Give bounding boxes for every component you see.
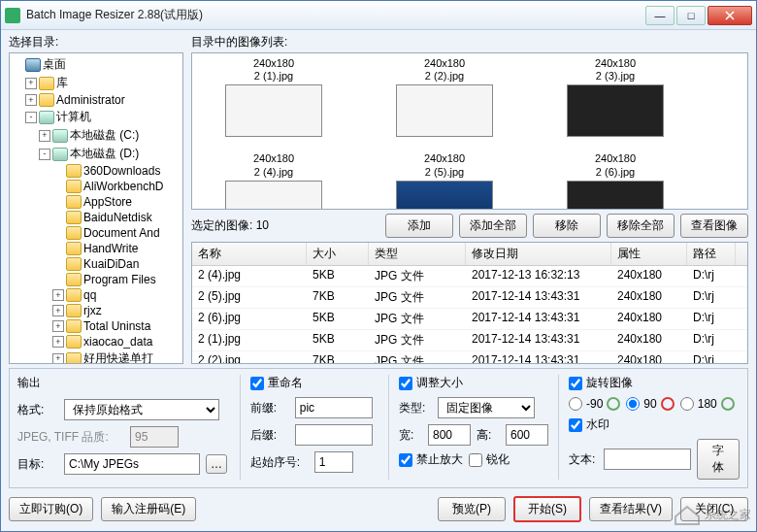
col-size[interactable]: 大小	[307, 243, 369, 265]
prefix-label: 前缀:	[250, 400, 289, 416]
thumbnail[interactable]: 240x1802 (1).jpg	[196, 57, 351, 137]
thumbnail[interactable]: 240x1802 (6).jpg	[538, 152, 693, 210]
table-row[interactable]: 2 (2).jpg7KBJPG 文件2017-12-14 13:43:31240…	[192, 351, 747, 363]
remove-button[interactable]: 移除	[533, 214, 601, 238]
tree-item[interactable]: +好用快递单打	[52, 349, 181, 364]
tree-item[interactable]: +xiaocao_data	[52, 334, 181, 349]
tree-item[interactable]: +库	[25, 74, 181, 92]
thumbnail-panel[interactable]: 240x1802 (1).jpg240x1802 (2).jpg240x1802…	[191, 52, 748, 210]
window-title: Batch Image Resizer 2.88(试用版)	[26, 7, 645, 23]
tree-item[interactable]: AppStore	[52, 194, 181, 210]
font-button[interactable]: 字体	[697, 439, 740, 480]
quality-label: JPEG, TIFF 品质:	[17, 429, 124, 446]
regcode-button[interactable]: 输入注册码(E)	[101, 497, 196, 521]
width-input[interactable]	[428, 424, 471, 446]
add-button[interactable]: 添加	[385, 214, 453, 238]
rotate-checkbox[interactable]	[569, 377, 582, 390]
order-button[interactable]: 立即订购(O)	[9, 497, 93, 521]
output-label: 输出	[17, 375, 230, 391]
prefix-input[interactable]	[295, 397, 373, 418]
thumbnail[interactable]: 240x1802 (2).jpg	[367, 57, 522, 137]
browse-target-button[interactable]: …	[206, 454, 227, 474]
forbid-enlarge-checkbox[interactable]	[399, 453, 412, 467]
suffix-input[interactable]	[295, 424, 373, 446]
thumbnail[interactable]: 240x1802 (3).jpg	[538, 57, 693, 137]
content-area: 选择目录: 桌面+库+Administrator-计算机+本地磁盘 (C:)-本…	[1, 30, 756, 531]
window-controls: — □	[645, 6, 752, 25]
target-label: 目标:	[17, 456, 58, 473]
app-icon	[5, 8, 20, 23]
toolbar: 选定的图像: 10 添加 添加全部 移除 移除全部 查看图像	[191, 214, 748, 238]
height-input[interactable]	[506, 424, 548, 446]
sharpen-checkbox[interactable]	[469, 453, 482, 467]
col-attr[interactable]: 属性	[611, 243, 687, 265]
col-type[interactable]: 类型	[369, 243, 466, 265]
target-input[interactable]	[64, 453, 200, 475]
text-label: 文本:	[569, 451, 598, 468]
tree-item[interactable]: BaiduNetdisk	[52, 210, 181, 225]
thumbnail[interactable]: 240x1802 (5).jpg	[367, 152, 522, 210]
type-select[interactable]: 固定图像	[438, 397, 535, 418]
forbid-enlarge-label: 禁止放大	[416, 451, 463, 468]
file-listview[interactable]: 名称 大小 类型 修改日期 属性 路径 2 (4).jpg5KBJPG 文件20…	[191, 242, 748, 364]
tree-item[interactable]: 360Downloads	[52, 163, 181, 179]
close-button[interactable]	[708, 6, 752, 25]
col-path[interactable]: 路径	[687, 243, 736, 265]
preview-button[interactable]: 预览(P)	[438, 497, 506, 521]
listview-header[interactable]: 名称 大小 类型 修改日期 属性 路径	[192, 243, 747, 266]
tree-item[interactable]: +Administrator	[25, 92, 181, 108]
sharpen-label: 锐化	[486, 451, 510, 468]
watermark-checkbox[interactable]	[569, 418, 582, 432]
titlebar[interactable]: Batch Image Resizer 2.88(试用版) — □	[1, 1, 756, 30]
watermark-label: 水印	[586, 416, 609, 433]
remove-all-button[interactable]: 移除全部	[607, 214, 675, 238]
rotate-p90[interactable]: 90	[626, 397, 674, 411]
tree-item[interactable]: HandWrite	[52, 241, 181, 256]
bottom-bar: 立即订购(O) 输入注册码(E) 预览(P) 开始(S) 查看结果(V) 关闭(…	[9, 492, 748, 522]
tree-item[interactable]: +Total Uninsta	[52, 318, 181, 334]
rotate-p180[interactable]: 180	[680, 397, 735, 411]
table-row[interactable]: 2 (1).jpg5KBJPG 文件2017-12-14 13:43:31240…	[192, 330, 747, 351]
tree-item[interactable]: AliWorkbenchD	[52, 179, 181, 194]
watermark-text-input[interactable]	[604, 449, 691, 470]
results-button[interactable]: 查看结果(V)	[589, 497, 673, 521]
col-name[interactable]: 名称	[192, 243, 307, 265]
tree-item[interactable]: Document And	[52, 225, 181, 241]
startnum-label: 起始序号:	[250, 454, 309, 471]
selected-count-label: 选定的图像: 10	[191, 217, 269, 234]
height-label: 高:	[477, 427, 500, 444]
app-window: Batch Image Resizer 2.88(试用版) — □ 选择目录: …	[0, 0, 757, 532]
resize-label: 调整大小	[416, 375, 463, 391]
tree-item[interactable]: KuaiDiDan	[52, 256, 181, 272]
rename-checkbox[interactable]	[250, 377, 264, 390]
col-date[interactable]: 修改日期	[466, 243, 611, 265]
table-row[interactable]: 2 (5).jpg7KBJPG 文件2017-12-14 13:43:31240…	[192, 287, 747, 309]
image-list-label: 目录中的图像列表:	[191, 34, 748, 50]
format-select[interactable]: 保持原始格式	[64, 399, 219, 420]
startnum-input[interactable]	[314, 451, 353, 473]
rename-label: 重命名	[268, 375, 303, 391]
add-all-button[interactable]: 添加全部	[459, 214, 527, 238]
thumbnail[interactable]: 240x1802 (4).jpg	[196, 152, 351, 210]
tree-item[interactable]: Program Files	[52, 272, 181, 287]
table-row[interactable]: 2 (4).jpg5KBJPG 文件2017-12-13 16:32:13240…	[192, 266, 747, 287]
tree-item[interactable]: +rjxz	[52, 303, 181, 318]
resize-checkbox[interactable]	[399, 377, 412, 390]
start-button[interactable]: 开始(S)	[513, 496, 581, 522]
rotate-m90[interactable]: -90	[569, 397, 620, 411]
suffix-label: 后缀:	[250, 427, 289, 444]
tree-item[interactable]: -计算机	[25, 108, 181, 126]
table-row[interactable]: 2 (6).jpg5KBJPG 文件2017-12-14 13:43:31240…	[192, 309, 747, 330]
output-panel: 输出 格式: 保持原始格式 JPEG, TIFF 品质: 目标: …	[9, 368, 748, 488]
maximize-button[interactable]: □	[676, 6, 706, 25]
view-image-button[interactable]: 查看图像	[680, 214, 748, 238]
rotate-label: 旋转图像	[586, 375, 633, 391]
tree-item[interactable]: -本地磁盘 (D:)	[39, 145, 181, 163]
tree-item[interactable]: 桌面	[12, 55, 181, 74]
close-app-button[interactable]: 关闭(C)	[680, 497, 748, 521]
tree-item[interactable]: +本地磁盘 (C:)	[39, 126, 181, 145]
folder-tree[interactable]: 桌面+库+Administrator-计算机+本地磁盘 (C:)-本地磁盘 (D…	[9, 52, 183, 364]
select-dir-label: 选择目录:	[9, 34, 183, 50]
tree-item[interactable]: +qq	[52, 287, 181, 303]
minimize-button[interactable]: —	[645, 6, 675, 25]
